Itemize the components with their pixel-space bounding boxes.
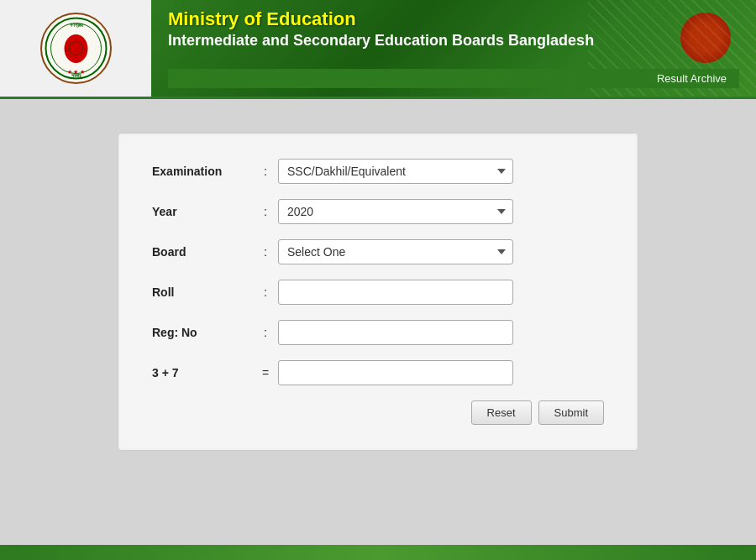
reset-button[interactable]: Reset [471,400,532,425]
captcha-question: 3 + 7 [152,366,253,379]
header: ★ ★ ★ গণপ্রজা সরকার Ministry of Educatio… [0,0,756,99]
submit-button[interactable]: Submit [538,400,604,425]
examination-label: Examination [152,165,253,178]
reg-control [278,320,604,345]
captcha-equals: = [253,366,278,379]
year-colon: : [253,205,278,218]
title-section: Ministry of Education Intermediate and S… [151,0,756,97]
reg-colon: : [253,326,278,339]
roll-row: Roll : [152,280,604,305]
board-control: Select One Dhaka Chittagong Rajshahi Jes… [278,239,604,264]
ministry-title: Ministry of Education [168,8,739,30]
captcha-control [278,360,604,385]
reg-label: Reg: No [152,326,253,339]
footer-bar [0,545,756,560]
board-label: Board [152,245,253,259]
sub-title: Intermediate and Secondary Education Boa… [168,30,739,51]
year-control: 2020 2019 2018 2017 2016 [278,199,604,224]
roll-colon: : [253,285,278,299]
button-row: Reset Submit [152,400,604,425]
logo-section: ★ ★ ★ গণপ্রজা সরকার [0,0,151,97]
board-colon: : [253,245,278,259]
captcha-input[interactable] [278,360,513,385]
reg-row: Reg: No : [152,320,604,345]
result-archive-text: Result Archive [657,72,727,85]
board-select[interactable]: Select One Dhaka Chittagong Rajshahi Jes… [278,239,513,264]
svg-text:সরকার: সরকার [71,73,81,78]
examination-select[interactable]: SSC/Dakhil/Equivalent HSC/Alim/Equivalen… [278,159,513,184]
year-label: Year [152,205,253,218]
form-container: Examination : SSC/Dakhil/Equivalent HSC/… [118,133,638,451]
government-logo: ★ ★ ★ গণপ্রজা সরকার [40,13,112,84]
year-select[interactable]: 2020 2019 2018 2017 2016 [278,199,513,224]
examination-row: Examination : SSC/Dakhil/Equivalent HSC/… [152,159,604,184]
examination-control: SSC/Dakhil/Equivalent HSC/Alim/Equivalen… [278,159,604,184]
board-row: Board : Select One Dhaka Chittagong Rajs… [152,239,604,264]
year-row: Year : 2020 2019 2018 2017 2016 [152,199,604,224]
result-archive-bar: Result Archive [168,69,739,88]
examination-colon: : [253,165,278,178]
roll-input[interactable] [278,280,513,305]
main-content: Examination : SSC/Dakhil/Equivalent HSC/… [0,99,756,545]
svg-text:গণপ্রজা: গণপ্রজা [69,23,83,29]
roll-control [278,280,604,305]
svg-point-2 [64,34,87,63]
roll-label: Roll [152,285,253,299]
reg-input[interactable] [278,320,513,345]
captcha-row: 3 + 7 = [152,360,604,385]
